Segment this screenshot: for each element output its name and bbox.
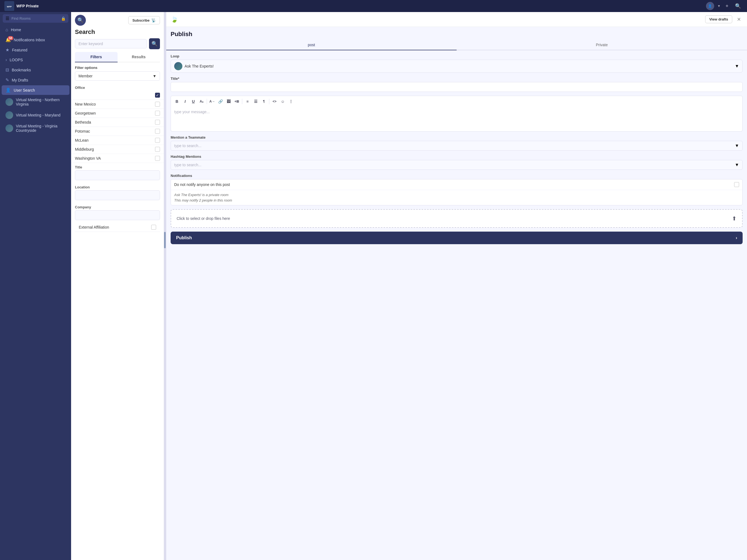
underline-button[interactable]: U — [189, 98, 197, 105]
hashtag-select[interactable]: type to search... ▼ — [171, 160, 743, 170]
office-row-washington-va[interactable]: Washington VA — [71, 154, 164, 163]
location-section-title: Location — [71, 183, 164, 190]
user-avatar[interactable]: 👤 — [706, 2, 714, 10]
code-button[interactable]: <> — [271, 98, 278, 105]
publish-panel: 🍃 View drafts ✕ Publish post Private Loo… — [166, 12, 747, 560]
sidebar-room-northern-virginia[interactable]: Virtual Meeting - Northern Virginia — [2, 96, 70, 108]
sidebar-item-bookmarks[interactable]: ⊟ Bookmarks — [2, 65, 70, 75]
office-checkbox-checked[interactable]: ✓ — [155, 93, 160, 98]
italic-button[interactable]: I — [181, 98, 189, 105]
publish-title: Publish — [171, 31, 743, 38]
paragraph-button[interactable]: ¶ — [260, 98, 268, 105]
notification-info-line2: This may notify 2 people in this room — [174, 198, 739, 203]
more-options-button[interactable]: ⋮ — [287, 98, 295, 105]
avatar-chevron-icon[interactable]: ▼ — [718, 4, 721, 8]
add-icon[interactable]: + — [724, 2, 730, 10]
topnav: WFP WFP Private 👤 ▼ + 🔍 — [0, 0, 747, 12]
tab-filters[interactable]: Filters — [75, 52, 118, 62]
sidebar-item-notifications[interactable]: 🔔 58 Notifications Inbox — [2, 35, 70, 45]
search-go-button[interactable]: 🔍 — [149, 38, 160, 49]
search-input-row: 🔍 — [71, 38, 164, 52]
do-not-notify-row[interactable]: Do not notify anyone on this post — [171, 179, 742, 190]
global-search-icon[interactable]: 🔍 — [733, 2, 743, 10]
loops-chevron-icon: › — [5, 57, 7, 62]
publish-title-bar: Publish — [166, 27, 747, 40]
office-row-new-mexico[interactable]: New Mexico — [71, 100, 164, 109]
link-button[interactable]: 🔗 — [216, 98, 224, 105]
publish-tabs: post Private — [166, 40, 747, 50]
subscribe-button[interactable]: Subscribe 📡 — [128, 16, 160, 24]
scrollbar[interactable] — [164, 12, 166, 560]
office-row-checked[interactable]: ✓ — [71, 91, 164, 100]
mention-select[interactable]: type to search... ▼ — [171, 141, 743, 151]
publish-button[interactable]: Publish › — [171, 232, 743, 244]
office-checkbox-new-mexico[interactable] — [155, 102, 160, 107]
tab-private[interactable]: Private — [457, 40, 747, 50]
app-logo[interactable]: WFP WFP Private — [4, 1, 38, 11]
sidebar-room-virginia-countryside[interactable]: Virtual Meeting - Virginia Countryside — [2, 122, 70, 135]
company-text-field[interactable] — [75, 210, 160, 220]
sidebar-room-maryland[interactable]: Virtual Meeting - Maryland — [2, 109, 70, 121]
hashtag-placeholder: type to search... — [174, 163, 735, 167]
font-color-button[interactable]: A→ — [208, 98, 216, 105]
drafts-icon: ✎ — [5, 77, 9, 82]
sidebar-item-home[interactable]: ⌂ Home — [2, 25, 70, 34]
sidebar-item-loops[interactable]: › LOOPS — [2, 55, 70, 65]
file-drop-label: Click to select or drop files here — [177, 216, 230, 221]
location-text-field[interactable] — [75, 190, 160, 200]
notifications-field-label: Notifications — [171, 174, 743, 178]
office-row-georgetown[interactable]: Georgetown — [71, 109, 164, 118]
search-input[interactable] — [75, 39, 147, 48]
office-checkbox-potomac[interactable] — [155, 129, 160, 134]
file-drop-area[interactable]: Click to select or drop files here ⬆ — [171, 209, 743, 228]
search-panel-icon-btn[interactable]: 🔍 — [75, 15, 86, 26]
toolbar-divider-1 — [207, 99, 207, 104]
external-affiliation-label: External Affiliation — [79, 225, 151, 229]
office-row-middleburg[interactable]: Middleburg — [71, 145, 164, 154]
sidebar-room-label-nv: Virtual Meeting - Northern Virginia — [16, 98, 66, 106]
main-layout: ☰ 🔒 ⌂ Home 🔔 58 Notifications Inbox ★ Fe… — [0, 12, 747, 560]
office-checkbox-middleburg[interactable] — [155, 147, 160, 152]
find-rooms-input[interactable] — [11, 17, 59, 21]
image-button[interactable]: 🖼 — [225, 98, 232, 105]
hashtag-field: Hashtag Mentions type to search... ▼ — [171, 154, 743, 170]
title-text-field[interactable] — [75, 170, 160, 180]
tab-results[interactable]: Results — [118, 52, 160, 62]
publish-content: Loop Ask The Experts! ▼ Title* B — [166, 50, 747, 232]
view-drafts-button[interactable]: View drafts — [705, 15, 732, 23]
sidebar-item-my-drafts[interactable]: ✎ My Drafts — [2, 75, 70, 85]
sidebar-item-featured[interactable]: ★ Featured — [2, 45, 70, 55]
company-section-title: Company — [71, 203, 164, 210]
office-checkbox-washington-va[interactable] — [155, 156, 160, 161]
unordered-list-button[interactable]: ☰ — [252, 98, 259, 105]
search-go-icon: 🔍 — [152, 41, 157, 47]
emoji-button[interactable]: ☺ — [279, 98, 287, 105]
font-size-button[interactable]: Aₐ — [198, 98, 205, 105]
loop-select[interactable]: Ask The Experts! ▼ — [171, 59, 743, 73]
embed-button[interactable]: +⊞ — [233, 98, 241, 105]
publish-button-arrow-icon: › — [736, 235, 737, 240]
office-checkbox-mclean[interactable] — [155, 138, 160, 143]
close-button[interactable]: ✕ — [735, 16, 743, 23]
scrollbar-thumb[interactable] — [164, 232, 166, 248]
room-avatar-md — [5, 111, 13, 119]
sidebar-item-user-search[interactable]: 👤 User Search — [2, 85, 70, 95]
external-affiliation-checkbox[interactable] — [151, 225, 156, 230]
member-dropdown[interactable]: Member ▼ — [75, 71, 160, 81]
do-not-notify-checkbox[interactable] — [734, 182, 739, 187]
tab-post[interactable]: post — [166, 40, 457, 50]
office-checkbox-georgetown[interactable] — [155, 111, 160, 116]
title-input[interactable] — [171, 82, 743, 92]
find-rooms-field[interactable]: ☰ 🔒 — [3, 14, 68, 23]
office-checkbox-bethesda[interactable] — [155, 120, 160, 125]
office-row-mclean[interactable]: McLean — [71, 136, 164, 145]
ordered-list-button[interactable]: ≡ — [243, 98, 251, 105]
office-row-bethesda[interactable]: Bethesda — [71, 118, 164, 127]
office-row-potomac[interactable]: Potomac — [71, 127, 164, 136]
bold-button[interactable]: B — [173, 98, 181, 105]
external-affiliation-row[interactable]: External Affiliation — [75, 223, 160, 232]
editor-field: B I U Aₐ A→ 🔗 🖼 +⊞ ≡ ☰ ¶ <> — [171, 96, 743, 131]
editor-body[interactable]: type your message... — [171, 107, 743, 131]
bookmarks-icon: ⊟ — [5, 67, 9, 73]
publish-header: 🍃 View drafts ✕ — [166, 12, 747, 27]
